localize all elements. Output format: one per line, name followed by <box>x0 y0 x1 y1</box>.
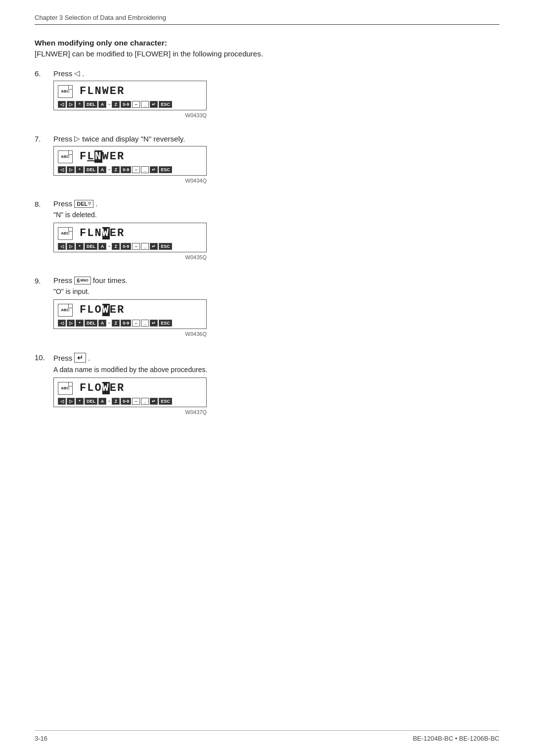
step-7-press: Press <box>53 135 72 143</box>
footer-right: BE-1204B-BC • BE-1206B-BC <box>413 735 499 742</box>
kbd-enter-btn: ↵ <box>150 398 158 405</box>
step-10-watermark: W0437Q <box>53 409 207 415</box>
kbd-a-btn: A <box>98 166 106 173</box>
step-8-display: FLNWER <box>77 226 128 240</box>
kbd-z-btn: Z <box>112 166 120 173</box>
kbd-dash-btn: – <box>132 398 140 405</box>
step-7: 7. Press ▷ twice and display "N" reverse… <box>35 134 499 189</box>
step-9-screen: ABC FLOWER ◁ ▷ * DEL A ~ Z 0-9 – <box>53 299 207 329</box>
step-10-content: Press ↵ . A data name is modified by the… <box>53 353 499 420</box>
step-9-keyboard: ◁ ▷ * DEL A ~ Z 0-9 – _ ↵ ESC <box>54 318 206 329</box>
del-button: DEL▽ <box>74 200 93 208</box>
doc-fold-icon <box>68 382 72 386</box>
step-6-screen: ABC FLNWER ◁ ▷ * DEL A ~ Z 0-9 – <box>53 81 207 110</box>
step-9-suffix: four times. <box>93 276 128 284</box>
step-9-num: 9. <box>35 276 53 285</box>
kbd-del-btn: DEL <box>85 320 97 327</box>
kbd-09-btn: 0-9 <box>121 101 131 108</box>
kbd-dash-btn: – <box>132 101 140 108</box>
kbd-esc-btn: ESC <box>159 101 172 108</box>
kbd-right-btn: ▷ <box>67 398 75 405</box>
step-7-content: Press ▷ twice and display "N" reversely.… <box>53 134 499 189</box>
step-6-watermark: W0433Q <box>53 112 207 118</box>
step-6-screen-top: ABC FLNWER <box>54 81 206 99</box>
step-6: 6. Press ◁. ABC FLNWER ◁ <box>35 69 499 123</box>
step-6-label: Press ◁. <box>53 69 499 78</box>
kbd-left-btn: ◁ <box>58 320 66 327</box>
kbd-right-btn: ▷ <box>67 320 75 327</box>
kbd-z-btn: Z <box>112 320 120 327</box>
step-10-press: Press <box>53 354 72 362</box>
kbd-dash-btn: – <box>132 166 140 173</box>
header-bar: Chapter 3 Selection of Data and Embroide… <box>35 14 499 25</box>
step-7-abc-icon: ABC <box>58 150 73 163</box>
step-6-content: Press ◁. ABC FLNWER ◁ ▷ * <box>53 69 499 123</box>
kbd-z-btn: Z <box>112 243 120 250</box>
step-10-label: Press ↵ . <box>53 353 499 363</box>
step-9-abc-icon: ABC <box>58 304 73 317</box>
step-8-screen-top: ABC FLNWER <box>54 223 206 241</box>
kbd-left-btn: ◁ <box>58 166 66 173</box>
step-6-screen-wrapper: ABC FLNWER ◁ ▷ * DEL A ~ Z 0-9 – <box>53 81 499 118</box>
kbd-enter-btn: ↵ <box>150 243 158 250</box>
step-7-num: 7. <box>35 134 53 143</box>
step-6-period: . <box>82 69 84 78</box>
kbd-del-btn: DEL <box>85 398 97 405</box>
step-10: 10. Press ↵ . A data name is modified by… <box>35 353 499 420</box>
step-7-watermark: W0434Q <box>53 178 207 184</box>
kbd-right-btn: ▷ <box>67 166 75 173</box>
step-6-symbol: ◁ <box>74 69 80 78</box>
step-9-screen-top: ABC FLOWER <box>54 300 206 318</box>
step-8-content: Press DEL▽ . "N" is deleted. ABC FLNWER … <box>53 199 499 265</box>
step-8-label: Press DEL▽ . <box>53 199 499 208</box>
step-6-keyboard: ◁ ▷ * DEL A ~ Z 0-9 – _ ↵ ESC <box>54 99 206 110</box>
step-7-screen-top: ABC FLNWER <box>54 146 206 165</box>
doc-fold-icon <box>68 151 72 155</box>
doc-fold-icon <box>68 304 72 308</box>
kbd-star-btn: * <box>76 101 84 108</box>
kbd-star-btn: * <box>76 398 84 405</box>
kbd-09-btn: 0-9 <box>121 320 131 327</box>
step-8-abc-icon: ABC <box>58 227 73 240</box>
kbd-a-btn: A <box>98 101 106 108</box>
kbd-dash-btn: – <box>132 320 140 327</box>
kbd-09-btn: 0-9 <box>121 398 131 405</box>
step-9-press: Press <box>53 276 72 284</box>
kbd-del-btn: DEL <box>85 101 97 108</box>
step-8-keyboard: ◁ ▷ * DEL A ~ Z 0-9 – _ ↵ ESC <box>54 241 206 252</box>
step-7-symbol: ▷ <box>74 134 80 143</box>
step-8: 8. Press DEL▽ . "N" is deleted. ABC FLNW… <box>35 199 499 265</box>
kbd-left-btn: ◁ <box>58 398 66 405</box>
step-9: 9. Press 6MNO four times. "O" is input. … <box>35 276 499 342</box>
step-8-screen: ABC FLNWER ◁ ▷ * DEL A ~ Z 0-9 – <box>53 223 207 252</box>
step-6-num: 6. <box>35 69 53 78</box>
enter-button: ↵ <box>74 353 86 363</box>
step-8-period: . <box>95 199 97 208</box>
kbd-del-btn: DEL <box>85 166 97 173</box>
kbd-a-btn: A <box>98 243 106 250</box>
step-8-sub: "N" is deleted. <box>53 211 499 219</box>
step-7-keyboard: ◁ ▷ * DEL A ~ Z 0-9 – _ ↵ ESC <box>54 165 206 175</box>
step-8-screen-wrapper: ABC FLNWER ◁ ▷ * DEL A ~ Z 0-9 – <box>53 223 499 260</box>
kbd-star-btn: * <box>76 320 84 327</box>
kbd-z-btn: Z <box>112 101 120 108</box>
step-8-watermark: W0435Q <box>53 254 207 260</box>
step-7-screen: ABC FLNWER ◁ ▷ * DEL A ~ Z 0-9 – <box>53 146 207 176</box>
page-footer: 3-16 BE-1204B-BC • BE-1206B-BC <box>35 730 499 742</box>
num-6-button: 6MNO <box>74 277 90 284</box>
step-7-screen-wrapper: ABC FLNWER ◁ ▷ * DEL A ~ Z 0-9 – <box>53 146 499 184</box>
footer-left: 3-16 <box>35 735 47 742</box>
kbd-under-btn: _ <box>141 243 149 250</box>
kbd-under-btn: _ <box>141 101 149 108</box>
step-9-watermark: W0436Q <box>53 331 207 337</box>
step-10-period: . <box>88 354 90 362</box>
step-10-screen-wrapper: ABC FLOWER ◁ ▷ * DEL A ~ Z 0-9 – <box>53 378 499 415</box>
step-7-display: FLNWER <box>77 149 128 164</box>
kbd-under-btn: _ <box>141 320 149 327</box>
step-10-screen-top: ABC FLOWER <box>54 378 206 396</box>
kbd-z-btn: Z <box>112 398 120 405</box>
section-title: When modifying only one character: <box>35 39 499 47</box>
step-10-display: FLOWER <box>77 381 128 395</box>
step-10-sub: A data name is modified by the above pro… <box>53 366 499 374</box>
step-10-abc-icon: ABC <box>58 382 73 395</box>
